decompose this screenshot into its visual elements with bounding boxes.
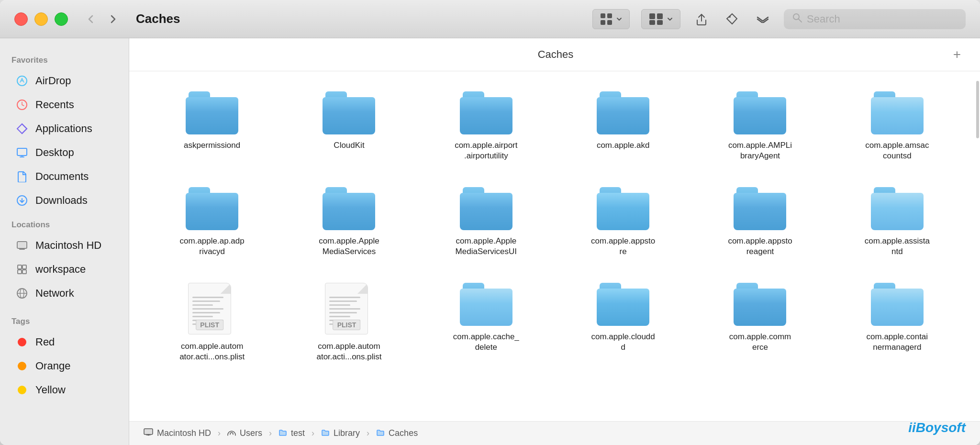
scrollbar-thumb[interactable] bbox=[976, 81, 979, 138]
list-item[interactable]: com.apple.akd bbox=[559, 86, 687, 167]
network-icon bbox=[15, 287, 29, 300]
svg-rect-1 bbox=[607, 13, 612, 18]
window-title: Caches bbox=[136, 11, 180, 26]
file-grid-container[interactable]: askpermissiond CloudKit bbox=[129, 71, 980, 421]
svg-rect-3 bbox=[607, 20, 612, 25]
file-label: com.apple.automator.acti...ons.plist bbox=[179, 341, 245, 362]
folder-icon bbox=[597, 187, 649, 230]
list-item[interactable]: com.apple.AppleMediaServices bbox=[285, 181, 412, 263]
macintosh-hd-icon bbox=[15, 239, 29, 252]
folder-icon bbox=[460, 283, 512, 326]
file-label: com.apple.airport.airportutility bbox=[455, 140, 517, 161]
sidebar-item-applications[interactable]: Applications bbox=[4, 117, 125, 140]
tags-section-title: Tags bbox=[0, 309, 129, 330]
svg-rect-2 bbox=[601, 20, 605, 25]
list-item[interactable]: com.apple.containermanagerd bbox=[834, 277, 961, 368]
locations-section-title: Locations bbox=[0, 212, 129, 234]
plist-icon: PLIST bbox=[188, 283, 236, 335]
list-item[interactable]: com.apple.clouddd bbox=[559, 277, 687, 368]
list-item[interactable]: com.apple.ap.adprivacyd bbox=[148, 181, 276, 263]
breadcrumb-test[interactable]: test bbox=[278, 428, 305, 438]
icon-view-button[interactable] bbox=[592, 9, 630, 29]
file-grid: askpermissiond CloudKit bbox=[148, 86, 961, 368]
folder-icon bbox=[323, 91, 375, 134]
sidebar-item-tag-orange[interactable]: Orange bbox=[4, 355, 125, 378]
file-label: com.apple.akd bbox=[597, 140, 650, 151]
scrollbar-track[interactable] bbox=[975, 71, 980, 421]
breadcrumb-caches[interactable]: Caches bbox=[376, 428, 418, 438]
maximize-button[interactable] bbox=[55, 12, 68, 26]
sidebar-item-documents[interactable]: Documents bbox=[4, 165, 125, 188]
sidebar-item-label: Macintosh HD bbox=[35, 239, 101, 252]
sidebar-item-macintosh-hd[interactable]: Macintosh HD bbox=[4, 234, 125, 257]
list-item[interactable]: com.apple.commerce bbox=[696, 277, 824, 368]
folder-icon bbox=[460, 91, 512, 134]
sidebar-item-recents[interactable]: Recents bbox=[4, 93, 125, 116]
forward-button[interactable] bbox=[104, 11, 122, 28]
main-content: Favorites AirDrop Recents bbox=[0, 38, 980, 445]
sidebar-item-tag-yellow[interactable]: Yellow bbox=[4, 378, 125, 401]
sidebar-item-label: Recents bbox=[35, 99, 74, 111]
svg-rect-0 bbox=[601, 13, 605, 18]
file-label: com.apple.AppleMediaServices bbox=[319, 236, 379, 257]
more-button[interactable] bbox=[753, 10, 772, 29]
sidebar-item-airdrop[interactable]: AirDrop bbox=[4, 69, 125, 92]
sidebar-item-tag-red[interactable]: Red bbox=[4, 331, 125, 354]
back-button[interactable] bbox=[82, 11, 100, 28]
gallery-view-button[interactable] bbox=[641, 9, 680, 29]
list-item[interactable]: com.apple.AMPLibraryAgent bbox=[696, 86, 824, 167]
list-item[interactable]: com.apple.appstore bbox=[559, 181, 687, 263]
folder-icon bbox=[871, 91, 924, 134]
yellow-tag-icon bbox=[15, 383, 29, 397]
list-item[interactable]: com.apple.cache_delete bbox=[423, 277, 550, 368]
folder-icon bbox=[871, 187, 924, 230]
toolbar-controls bbox=[592, 9, 966, 29]
list-item[interactable]: com.apple.appstoreagent bbox=[696, 181, 824, 263]
list-item[interactable]: askpermissiond bbox=[148, 86, 276, 167]
folder-icon bbox=[460, 187, 512, 230]
list-item[interactable]: CloudKit bbox=[285, 86, 412, 167]
svg-rect-23 bbox=[22, 265, 26, 269]
sidebar-item-workspace[interactable]: workspace bbox=[4, 258, 125, 281]
svg-rect-7 bbox=[657, 20, 663, 25]
svg-rect-5 bbox=[657, 13, 663, 19]
breadcrumb-library[interactable]: Library bbox=[321, 428, 360, 438]
breadcrumb-macintosh-hd[interactable]: Macintosh HD bbox=[144, 428, 211, 438]
close-button[interactable] bbox=[14, 12, 28, 26]
file-label: askpermissiond bbox=[184, 140, 240, 151]
finder-window: Caches bbox=[0, 0, 980, 445]
list-item[interactable]: com.apple.amsaccountsd bbox=[834, 86, 961, 167]
sidebar-item-downloads[interactable]: Downloads bbox=[4, 189, 125, 212]
file-area: Caches + askpermissiond bbox=[129, 38, 980, 445]
breadcrumb-separator: › bbox=[218, 428, 221, 438]
breadcrumb-label: Caches bbox=[389, 428, 418, 438]
search-input[interactable] bbox=[807, 13, 957, 25]
share-button[interactable] bbox=[692, 10, 711, 29]
list-item[interactable]: com.apple.assistantd bbox=[834, 181, 961, 263]
list-item[interactable]: PLIST com.apple.automator.acti...ons.pli… bbox=[285, 277, 412, 368]
add-button[interactable]: + bbox=[948, 46, 966, 63]
sidebar-item-label: Red bbox=[35, 336, 55, 348]
svg-rect-29 bbox=[144, 429, 153, 434]
svg-rect-22 bbox=[18, 265, 22, 269]
search-bar bbox=[784, 9, 966, 29]
list-item[interactable]: com.apple.airport.airportutility bbox=[423, 86, 550, 167]
desktop-icon bbox=[15, 146, 29, 159]
sidebar-item-label: Desktop bbox=[35, 146, 74, 159]
svg-rect-19 bbox=[18, 243, 26, 247]
minimize-button[interactable] bbox=[34, 12, 48, 26]
orange-tag-icon bbox=[15, 359, 29, 373]
list-item[interactable]: com.apple.AppleMediaServicesUI bbox=[423, 181, 550, 263]
breadcrumb-users[interactable]: Users bbox=[227, 428, 262, 438]
file-label: com.apple.cache_delete bbox=[453, 332, 519, 353]
file-label: CloudKit bbox=[334, 140, 364, 151]
sidebar-item-network[interactable]: Network bbox=[4, 282, 125, 305]
sidebar-item-desktop[interactable]: Desktop bbox=[4, 141, 125, 164]
svg-line-10 bbox=[799, 19, 802, 22]
folder-title-bar: Caches + bbox=[129, 38, 980, 71]
svg-rect-6 bbox=[649, 20, 655, 25]
tag-button[interactable] bbox=[723, 10, 742, 29]
list-item[interactable]: PLIST com.apple.automator.acti...ons.pli… bbox=[148, 277, 276, 368]
sidebar-item-label: Network bbox=[35, 287, 74, 300]
svg-point-8 bbox=[729, 16, 731, 18]
